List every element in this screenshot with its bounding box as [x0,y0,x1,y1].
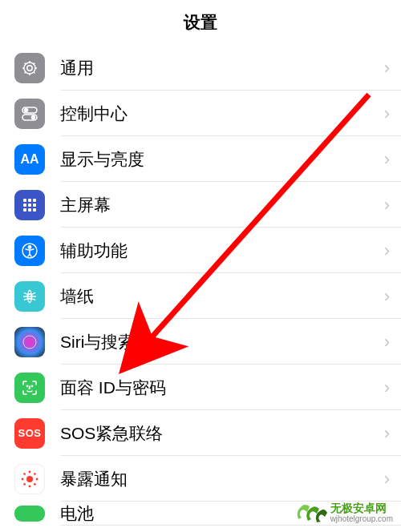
sos-icon: SOS [14,418,45,449]
chevron-right-icon: › [384,240,390,261]
chevron-right-icon: › [384,149,390,170]
row-label: 墙纸 [60,285,384,308]
accessibility-icon [14,236,45,266]
face-id-icon [14,373,45,403]
sos-text: SOS [18,427,42,439]
svg-point-0 [24,62,35,74]
row-label: 控制中心 [60,103,384,125]
row-label: SOS紧急联络 [60,422,384,445]
wallpaper-icon [14,281,45,312]
chevron-right-icon: › [384,195,390,216]
svg-rect-9 [23,204,26,207]
svg-rect-8 [33,199,36,202]
row-label: 主屏幕 [60,194,384,216]
row-label: Siri与搜索 [60,331,384,353]
header: 设置 [0,0,401,45]
row-wallpaper[interactable]: 墙纸 › [0,273,401,319]
svg-point-29 [34,483,36,486]
control-center-icon [14,99,45,129]
page-title: 设置 [184,11,217,34]
svg-point-25 [36,478,38,480]
svg-rect-12 [23,208,26,212]
row-general[interactable]: 通用 › [0,45,401,91]
svg-point-22 [29,470,31,473]
svg-point-19 [26,385,27,386]
svg-point-20 [31,385,32,386]
row-label: 通用 [60,57,384,79]
svg-point-21 [26,476,33,482]
row-label: 电池 [60,502,390,525]
svg-point-3 [25,108,28,111]
row-label: 暴露通知 [60,468,384,490]
svg-rect-14 [33,208,36,212]
svg-rect-6 [23,199,26,202]
battery-icon [14,506,45,522]
chevron-right-icon: › [384,332,390,353]
row-display-brightness[interactable]: AA 显示与亮度 › [0,136,401,182]
svg-point-28 [23,483,26,486]
row-control-center[interactable]: 控制中心 › [0,91,401,136]
exposure-icon [14,464,45,494]
row-siri-search[interactable]: Siri与搜索 › [0,319,401,365]
row-emergency-sos[interactable]: SOS SOS紧急联络 › [0,410,401,456]
row-face-id-passcode[interactable]: 面容 ID与密码 › [0,365,401,410]
general-icon [14,53,45,83]
row-home-screen[interactable]: 主屏幕 › [0,182,401,228]
svg-point-5 [32,115,35,119]
row-exposure-notification[interactable]: 暴露通知 › [0,456,401,502]
chevron-right-icon: › [384,377,390,398]
row-label: 辅助功能 [60,240,384,262]
row-accessibility[interactable]: 辅助功能 › [0,228,401,273]
svg-point-27 [34,473,36,475]
chevron-right-icon: › [384,58,390,79]
home-screen-icon [14,190,45,220]
svg-rect-7 [28,199,31,202]
row-battery[interactable]: 电池 [0,502,401,526]
svg-point-26 [23,473,26,475]
svg-point-23 [29,485,31,487]
row-label: 面容 ID与密码 [60,377,384,399]
settings-list: 通用 › 控制中心 › AA 显示与亮度 › 主屏幕 › 辅助功能 › 墙纸 [0,45,401,526]
svg-point-18 [23,336,36,349]
svg-point-24 [22,478,24,480]
row-label: 显示与亮度 [60,148,384,171]
chevron-right-icon: › [384,286,390,307]
chevron-right-icon: › [384,423,390,444]
svg-rect-10 [28,204,31,207]
svg-point-16 [28,245,30,248]
chevron-right-icon: › [384,469,390,490]
svg-point-1 [27,65,32,70]
svg-rect-13 [28,208,31,212]
svg-rect-11 [33,204,36,207]
display-icon: AA [14,144,45,175]
chevron-right-icon: › [384,103,390,124]
siri-icon [14,327,45,357]
